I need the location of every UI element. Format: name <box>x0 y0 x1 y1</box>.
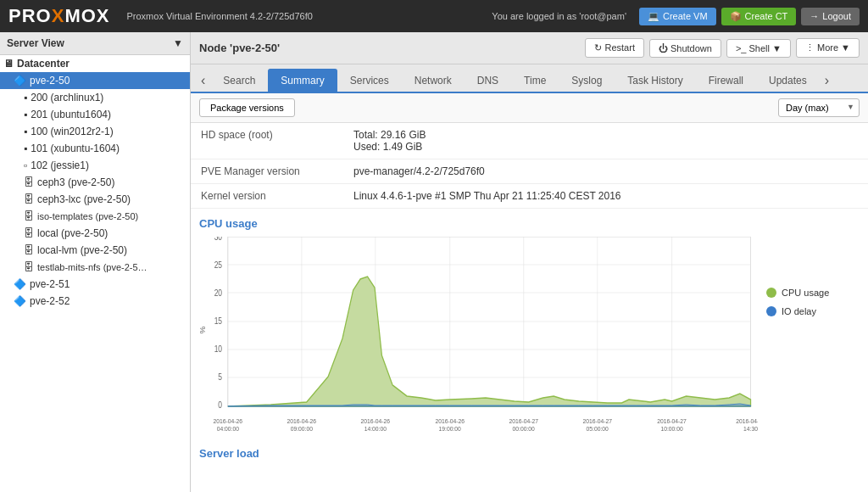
shutdown-button[interactable]: ⏻ Shutdown <box>649 39 721 58</box>
inner-content: Package versions Day (max) Week (max) Mo… <box>191 93 868 492</box>
legend-item-cpu: CPU usage <box>766 288 860 298</box>
sidebar-item-vm-201[interactable]: ▪ 201 (ubuntu1604) <box>0 106 190 123</box>
storage-icon: 🗄 <box>24 244 34 256</box>
datacenter-icon: 🖥 <box>3 58 14 70</box>
tab-services[interactable]: Services <box>337 69 402 92</box>
table-row: PVE Manager version pve-manager/4.2-2/72… <box>191 159 868 184</box>
svg-text:20: 20 <box>214 288 222 298</box>
info-value: Total: 29.16 GiBUsed: 1.49 GiB <box>343 123 868 159</box>
legend-label-cpu: CPU usage <box>782 288 829 298</box>
svg-text:25: 25 <box>214 260 222 270</box>
sidebar-item-storage-local-lvm[interactable]: 🗄 local-lvm (pve-2-50) <box>0 242 190 259</box>
vm-icon: ▪ <box>24 109 27 120</box>
server-load-title: Server load <box>191 440 868 467</box>
svg-text:30: 30 <box>214 237 222 242</box>
day-select[interactable]: Day (max) Week (max) Month (max) Year (m… <box>778 98 860 117</box>
svg-text:0: 0 <box>218 400 222 410</box>
chart-area: 30 25 20 15 10 5 0 % <box>199 237 758 432</box>
sidebar-item-vm-101[interactable]: ▪ 101 (xubuntu-1604) <box>0 140 190 157</box>
server-view-chevron-icon[interactable]: ▼ <box>173 37 183 49</box>
storage-icon: 🗄 <box>24 176 34 188</box>
vm-icon: ▪ <box>24 143 27 154</box>
svg-text:5: 5 <box>218 372 222 382</box>
tab-summary[interactable]: Summary <box>268 69 337 92</box>
shell-button[interactable]: >_ Shell ▼ <box>726 39 791 58</box>
sidebar-item-pve-2-52[interactable]: 🔷 pve-2-52 <box>0 293 190 310</box>
logout-button[interactable]: → Logout <box>801 8 860 25</box>
storage-icon: 🗄 <box>24 227 34 239</box>
sidebar: Server View ▼ 🖥 Datacenter 🔷 pve-2-50 ▪ … <box>0 32 191 492</box>
svg-text:10:00:00: 10:00:00 <box>660 424 682 432</box>
cpu-usage-section: CPU usage <box>191 209 868 440</box>
server-view-header: Server View ▼ <box>0 32 190 55</box>
server-view-label: Server View <box>7 37 64 49</box>
sidebar-item-storage-nfs[interactable]: 🗄 testlab-mits-nfs (pve-2-5… <box>0 259 190 276</box>
tab-updates[interactable]: Updates <box>756 69 820 92</box>
tab-network[interactable]: Network <box>402 69 465 92</box>
ct-icon: ▫ <box>24 159 27 171</box>
storage-icon: 🗄 <box>24 193 34 205</box>
logo: PROXMOX <box>8 5 110 27</box>
create-vm-button[interactable]: 💻 Create VM <box>639 8 716 25</box>
svg-text:15: 15 <box>214 316 222 326</box>
sidebar-item-datacenter[interactable]: 🖥 Datacenter <box>0 55 190 72</box>
sidebar-item-vm-100[interactable]: ▪ 100 (win2012r2-1) <box>0 123 190 140</box>
tab-time[interactable]: Time <box>511 69 559 92</box>
content-panel: Node 'pve-2-50' ↻ Restart ⏻ Shutdown >_ … <box>191 32 868 492</box>
sidebar-item-pve-2-50[interactable]: 🔷 pve-2-50 <box>0 72 190 89</box>
table-row: Kernel version Linux 4.4.6-1-pve #1 SMP … <box>191 184 868 209</box>
user-info: You are logged in as 'root@pam' <box>492 11 626 21</box>
sidebar-item-storage-ceph3-lxc[interactable]: 🗄 ceph3-lxc (pve-2-50) <box>0 191 190 208</box>
svg-text:04:00:00: 04:00:00 <box>217 424 239 432</box>
storage-icon: 🗄 <box>24 261 34 273</box>
info-table: HD space (root) Total: 29.16 GiBUsed: 1.… <box>191 123 868 209</box>
env-info: Proxmox Virtual Environment 4.2-2/725d76… <box>127 11 492 21</box>
tab-search[interactable]: Search <box>210 69 268 92</box>
day-select-wrapper: Day (max) Week (max) Month (max) Year (m… <box>778 98 860 117</box>
tab-task-history[interactable]: Task History <box>615 69 695 92</box>
legend-item-io: IO delay <box>766 306 860 316</box>
node-icon: 🔷 <box>14 75 26 87</box>
tab-firewall[interactable]: Firewall <box>696 69 756 92</box>
sidebar-item-vm-200[interactable]: ▪ 200 (archlinux1) <box>0 89 190 106</box>
tab-syslog[interactable]: Syslog <box>559 69 615 92</box>
svg-text:05:00:00: 05:00:00 <box>587 424 609 432</box>
sidebar-item-pve-2-51[interactable]: 🔷 pve-2-51 <box>0 276 190 293</box>
sidebar-item-storage-local[interactable]: 🗄 local (pve-2-50) <box>0 225 190 242</box>
info-value: Linux 4.4.6-1-pve #1 SMP Thu Apr 21 11:2… <box>343 184 868 209</box>
node-icon: 🔷 <box>14 278 26 290</box>
svg-text:%: % <box>199 327 207 334</box>
restart-button[interactable]: ↻ Restart <box>585 38 644 58</box>
node-label: pve-2-50 <box>30 75 70 87</box>
main-layout: Server View ▼ 🖥 Datacenter 🔷 pve-2-50 ▪ … <box>0 32 868 492</box>
svg-text:10: 10 <box>214 344 222 354</box>
svg-text:14:30: 14:30 <box>743 424 758 432</box>
chart-container: 30 25 20 15 10 5 0 % <box>199 237 860 432</box>
package-versions-bar: Package versions Day (max) Week (max) Mo… <box>191 93 868 123</box>
cpu-chart: 30 25 20 15 10 5 0 % <box>199 237 758 432</box>
toolbar: Node 'pve-2-50' ↻ Restart ⏻ Shutdown >_ … <box>191 32 868 64</box>
svg-text:00:00:00: 00:00:00 <box>513 424 535 432</box>
header: PROXMOX Proxmox Virtual Environment 4.2-… <box>0 0 868 32</box>
node-icon: 🔷 <box>14 295 26 307</box>
tab-prev-arrow[interactable]: ‹ <box>196 70 210 92</box>
create-ct-button[interactable]: 📦 Create CT <box>721 8 797 25</box>
info-label: HD space (root) <box>191 123 343 159</box>
svg-text:19:00:00: 19:00:00 <box>439 424 461 432</box>
more-button[interactable]: ⋮ More ▼ <box>796 38 860 58</box>
sidebar-item-ct-102[interactable]: ▫ 102 (jessie1) <box>0 157 190 174</box>
tab-next-arrow[interactable]: › <box>820 70 834 92</box>
sidebar-item-storage-iso[interactable]: 🗄 iso-templates (pve-2-50) <box>0 208 190 225</box>
io-color-dot <box>766 306 776 316</box>
cpu-color-dot <box>766 288 776 298</box>
svg-text:14:00:00: 14:00:00 <box>364 424 387 432</box>
legend-label-io: IO delay <box>782 306 816 316</box>
storage-icon: 🗄 <box>24 210 34 222</box>
tab-dns[interactable]: DNS <box>465 69 511 92</box>
vm-icon: ▪ <box>24 92 27 103</box>
table-row: HD space (root) Total: 29.16 GiBUsed: 1.… <box>191 123 868 159</box>
header-buttons: 💻 Create VM 📦 Create CT → Logout <box>639 8 860 25</box>
page-title: Node 'pve-2-50' <box>199 42 580 54</box>
sidebar-item-storage-ceph3[interactable]: 🗄 ceph3 (pve-2-50) <box>0 174 190 191</box>
package-versions-button[interactable]: Package versions <box>199 98 295 117</box>
